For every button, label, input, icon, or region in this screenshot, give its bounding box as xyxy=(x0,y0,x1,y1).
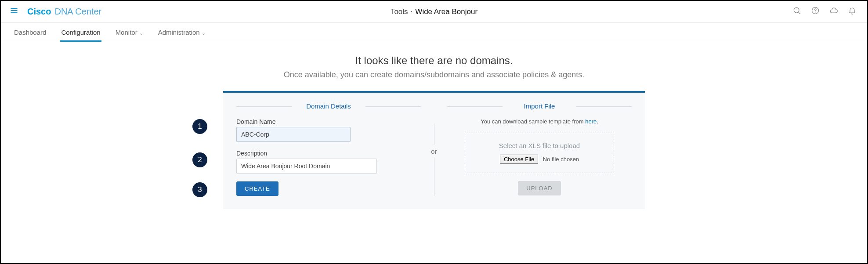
tab-configuration[interactable]: Configuration xyxy=(61,23,100,41)
search-icon[interactable] xyxy=(792,6,801,17)
brand-dna: DNA Center xyxy=(54,7,101,17)
svg-point-6 xyxy=(815,12,816,13)
chevron-down-icon: ⌄ xyxy=(139,30,143,36)
brand-cisco: Cisco xyxy=(27,7,51,17)
bell-icon[interactable] xyxy=(848,6,857,17)
breadcrumb-page: Wide Area Bonjour xyxy=(415,7,477,16)
help-icon[interactable] xyxy=(811,6,820,17)
empty-subtext: Once available, you can create domains/s… xyxy=(1,70,867,80)
callout-group: 1 2 3 xyxy=(192,119,207,197)
callout-3: 3 xyxy=(192,182,207,197)
upload-button[interactable]: UPLOAD xyxy=(518,181,561,195)
create-domain-card: 1 2 3 Domain Details Domain Name Descrip… xyxy=(223,91,645,209)
choose-file-button[interactable]: Choose File xyxy=(500,155,538,164)
download-note-suffix: . xyxy=(597,118,598,125)
tab-administration-label: Administration xyxy=(158,29,200,36)
description-label: Description xyxy=(236,150,421,157)
domain-name-input[interactable] xyxy=(236,127,351,142)
svg-line-4 xyxy=(799,12,800,14)
breadcrumb-separator: · xyxy=(411,7,413,16)
create-button[interactable]: CREATE xyxy=(236,181,278,196)
callout-1: 1 xyxy=(192,119,207,134)
svg-point-3 xyxy=(794,7,799,13)
tab-monitor-label: Monitor xyxy=(116,29,137,36)
upload-dropzone[interactable]: Select an XLS file to upload Choose File… xyxy=(465,133,614,173)
cloud-icon[interactable] xyxy=(829,6,838,17)
tab-dashboard[interactable]: Dashboard xyxy=(14,23,46,41)
tab-administration[interactable]: Administration⌄ xyxy=(158,23,206,41)
description-input[interactable] xyxy=(236,159,377,174)
tab-bar: Dashboard Configuration Monitor⌄ Adminis… xyxy=(1,23,867,42)
hamburger-menu-icon[interactable] xyxy=(10,6,18,18)
chevron-down-icon: ⌄ xyxy=(202,30,206,36)
upload-box-title: Select an XLS file to upload xyxy=(478,142,600,149)
callout-2: 2 xyxy=(192,152,207,167)
download-note: You can download sample template from he… xyxy=(447,118,632,125)
import-file-title: Import File xyxy=(521,102,559,110)
tab-monitor[interactable]: Monitor⌄ xyxy=(116,23,143,41)
tab-dashboard-label: Dashboard xyxy=(14,29,46,36)
tab-configuration-label: Configuration xyxy=(61,29,100,36)
download-template-link[interactable]: here xyxy=(585,118,597,125)
domain-name-label: Domain Name xyxy=(236,118,421,125)
domain-details-title: Domain Details xyxy=(303,102,354,110)
download-note-prefix: You can download sample template from xyxy=(481,118,585,125)
breadcrumb-tools: Tools xyxy=(391,7,408,16)
empty-heading: It looks like there are no domains. xyxy=(1,54,867,67)
no-file-chosen-text: No file chosen xyxy=(543,156,579,163)
breadcrumb: Tools · Wide Area Bonjour xyxy=(391,7,477,16)
brand-logo: Cisco DNA Center xyxy=(27,7,101,17)
